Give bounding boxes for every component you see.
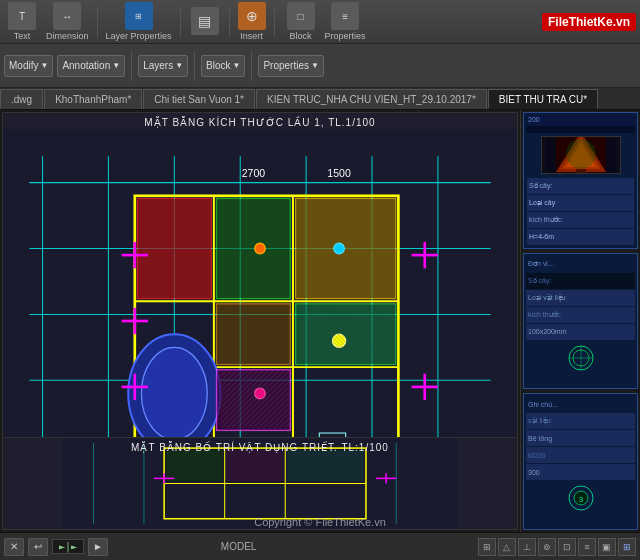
properties-btn[interactable]: ≡ Properties bbox=[321, 0, 370, 43]
insert-btn[interactable]: ⊕ Insert bbox=[234, 0, 270, 43]
block-arrow-icon: ▼ bbox=[233, 61, 241, 70]
layers-arrow-icon: ▼ bbox=[175, 61, 183, 70]
block-dropdown[interactable]: Block ▼ bbox=[201, 55, 245, 77]
text-icon: T bbox=[8, 2, 36, 30]
mid-panel-rows: Đơn vị... Số cây: Loại vật liệu kích thư… bbox=[526, 256, 635, 375]
svg-rect-50 bbox=[300, 305, 396, 362]
bot-row-5: 300 bbox=[526, 464, 635, 480]
block-dd-label: Block bbox=[206, 60, 230, 71]
layers-btn[interactable]: ▤ bbox=[187, 5, 223, 38]
tab-chitiet[interactable]: Chi tiet San Vuon 1* bbox=[143, 89, 255, 109]
annotation-arrow-icon: ▼ bbox=[112, 61, 120, 70]
mid-row-4: kích thước: bbox=[526, 307, 635, 323]
status-bar: ✕ ↩ ►|► ► MODEL ⊞ △ ⊥ ⊚ ⊡ ≡ ▣ ⊞ bbox=[0, 532, 640, 560]
block-label: Block bbox=[290, 31, 312, 41]
annotation-label: Annotation bbox=[62, 60, 110, 71]
properties-label: Properties bbox=[325, 31, 366, 41]
svg-point-40 bbox=[255, 243, 266, 254]
insert-label: Insert bbox=[240, 31, 263, 41]
sep-d3 bbox=[251, 51, 252, 81]
panel-block-mid: Đơn vị... Số cây: Loại vật liệu kích thư… bbox=[523, 253, 638, 390]
bottom-section-label: MẶT BẰNG BỐ TRÍ VẬT DỤNG TRIẾT. TL:1/100 bbox=[131, 442, 389, 453]
tab-kientruc[interactable]: KIEN TRUC_NHA CHU VIEN_HT_29.10.2017* bbox=[256, 89, 487, 109]
mid-row-5: 100x200mm bbox=[526, 324, 635, 340]
svg-rect-62 bbox=[227, 450, 284, 481]
play-btn[interactable]: ► bbox=[88, 538, 108, 556]
svg-rect-25 bbox=[296, 198, 396, 298]
tab-kientruc-label: KIEN TRUC_NHA CHU VIEN_HT_29.10.2017* bbox=[267, 94, 476, 105]
lineweight-icon[interactable]: ≡ bbox=[578, 538, 596, 556]
grid-icon[interactable]: ⊞ bbox=[478, 538, 496, 556]
svg-text:3: 3 bbox=[578, 495, 583, 504]
svg-point-21 bbox=[141, 347, 207, 439]
svg-rect-23 bbox=[217, 198, 291, 298]
svg-rect-26 bbox=[217, 304, 291, 365]
layer-properties-label: Layer Properties bbox=[106, 31, 172, 41]
bot-row-2: vật liệu: bbox=[526, 413, 635, 429]
tab-khothanhpham-label: KhoThanhPham* bbox=[55, 94, 131, 105]
layers-dd-label: Layers bbox=[143, 60, 173, 71]
modify-dropdown[interactable]: Modify ▼ bbox=[4, 55, 53, 77]
svg-point-74 bbox=[566, 139, 596, 169]
info-row-4: H=4-6m bbox=[527, 229, 634, 245]
panel-row-1: 200 bbox=[526, 115, 635, 125]
panel-row-2 bbox=[526, 126, 635, 133]
info-row-1: Số cây: bbox=[527, 178, 634, 194]
mid-row-1: Đơn vị... bbox=[526, 256, 635, 272]
lineweight2-icon[interactable]: ▣ bbox=[598, 538, 616, 556]
properties-dropdown[interactable]: Properties ▼ bbox=[258, 55, 324, 77]
separator-2 bbox=[180, 7, 181, 37]
bot-row-3: Bê tông bbox=[526, 430, 635, 446]
back-btn[interactable]: ↩ bbox=[28, 538, 48, 556]
dimension-label: Dimension bbox=[46, 31, 89, 41]
main-area: MẶT BẰNG KÍCH THƯỚC LẦU 1, TL.1/100 bbox=[0, 110, 640, 532]
polar-icon[interactable]: ⊚ bbox=[538, 538, 556, 556]
dimension-icon: ↔ bbox=[53, 2, 81, 30]
snap-icon[interactable]: △ bbox=[498, 538, 516, 556]
mid-circle-container bbox=[526, 341, 635, 375]
model-label: MODEL bbox=[221, 541, 257, 552]
tab-dwg[interactable]: .dwg bbox=[0, 89, 43, 109]
tab-khothanhpham[interactable]: KhoThanhPham* bbox=[44, 89, 142, 109]
ribbon: T Text ↔ Dimension ⊞ Layer Properties ▤ … bbox=[0, 0, 640, 88]
thumbnail-svg bbox=[546, 136, 616, 174]
bottom-drawing[interactable]: MẶT BẰNG BỐ TRÍ VẬT DỤNG TRIẾT. TL:1/100 bbox=[2, 437, 518, 530]
ortho-icon[interactable]: ⊥ bbox=[518, 538, 536, 556]
canvas-area: MẶT BẰNG KÍCH THƯỚC LẦU 1, TL.1/100 bbox=[0, 110, 520, 532]
tab-chitiet-label: Chi tiet San Vuon 1* bbox=[154, 94, 244, 105]
insert-icon: ⊕ bbox=[238, 2, 266, 30]
sep-d2 bbox=[194, 51, 195, 81]
svg-text:1500: 1500 bbox=[327, 167, 351, 179]
layers-icon: ▤ bbox=[191, 7, 219, 35]
svg-text:2700: 2700 bbox=[242, 167, 266, 179]
mid-row-3: Loại vật liệu bbox=[526, 290, 635, 306]
panel-block-bot: Ghi chú... vật liệu: Bê tông M200 300 3 bbox=[523, 393, 638, 530]
svg-rect-49 bbox=[220, 371, 290, 428]
layers-dropdown[interactable]: Layers ▼ bbox=[138, 55, 188, 77]
block-btn[interactable]: □ Block bbox=[283, 0, 319, 43]
osnap-icon[interactable]: ⊡ bbox=[558, 538, 576, 556]
status-icons: ⊞ △ ⊥ ⊚ ⊡ ≡ ▣ ⊞ bbox=[478, 538, 636, 556]
model-space-icon[interactable]: ⊞ bbox=[618, 538, 636, 556]
panel-info-rows: Số cây: Loại cây kích thước: H=4-6m bbox=[526, 177, 635, 246]
logo-area: FileThietKe.vn bbox=[542, 13, 636, 31]
separator-3 bbox=[229, 7, 230, 37]
sep-d1 bbox=[131, 51, 132, 81]
properties-icon: ≡ bbox=[331, 2, 359, 30]
annotation-dropdown[interactable]: Annotation ▼ bbox=[57, 55, 125, 77]
dimension-tool-btn[interactable]: ↔ Dimension bbox=[42, 0, 93, 43]
top-section-label: MẶT BẰNG KÍCH THƯỚC LẦU 1, TL.1/100 bbox=[144, 117, 375, 128]
tab-biethu[interactable]: BIET THU TRA CU* bbox=[488, 89, 598, 109]
text-tool-btn[interactable]: T Text bbox=[4, 0, 40, 43]
block-icon: □ bbox=[287, 2, 315, 30]
properties-arrow-icon: ▼ bbox=[311, 61, 319, 70]
layer-properties-btn[interactable]: ⊞ Layer Properties bbox=[102, 0, 176, 43]
panel-block-top: 200 Số bbox=[523, 112, 638, 249]
svg-point-41 bbox=[334, 243, 345, 254]
svg-rect-61 bbox=[166, 450, 223, 481]
bot-svg: 3 bbox=[556, 483, 606, 513]
ribbon-dropdown-row: Modify ▼ Annotation ▼ Layers ▼ Block ▼ P… bbox=[0, 44, 640, 87]
mid-svg bbox=[556, 343, 606, 373]
close-status-btn[interactable]: ✕ bbox=[4, 538, 24, 556]
mid-row-2: Số cây: bbox=[526, 273, 635, 289]
